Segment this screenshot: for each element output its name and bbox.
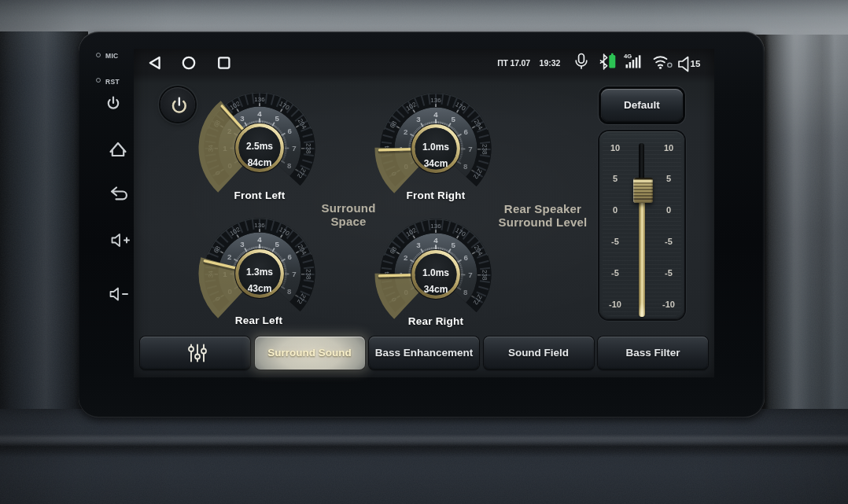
svg-text:84cm: 84cm — [248, 157, 272, 168]
svg-text:3: 3 — [416, 240, 421, 248]
svg-text:3: 3 — [240, 239, 245, 248]
svg-text:4: 4 — [257, 234, 262, 243]
svg-text:3: 3 — [416, 114, 421, 123]
svg-text:8: 8 — [287, 287, 292, 296]
svg-text:3: 3 — [240, 113, 245, 122]
svg-text:6: 6 — [288, 127, 293, 135]
svg-text:136: 136 — [254, 221, 265, 228]
svg-text:136: 136 — [254, 96, 265, 103]
svg-text:2: 2 — [404, 253, 407, 262]
svg-text:2.5ms: 2.5ms — [246, 141, 273, 152]
svg-text:7: 7 — [468, 145, 472, 153]
svg-text:34cm: 34cm — [424, 284, 448, 295]
svg-text:238: 238 — [304, 143, 312, 154]
svg-text:1.0ms: 1.0ms — [422, 142, 449, 153]
svg-text:238: 238 — [481, 144, 488, 155]
svg-text:43cm: 43cm — [247, 282, 271, 293]
svg-text:5: 5 — [451, 114, 455, 123]
svg-text:7: 7 — [468, 270, 472, 279]
svg-text:6: 6 — [464, 253, 469, 262]
svg-text:136: 136 — [430, 223, 441, 230]
svg-text:15: 15 — [691, 59, 701, 68]
svg-text:4G: 4G — [624, 53, 632, 60]
svg-text:5: 5 — [451, 240, 455, 248]
svg-text:4: 4 — [257, 109, 262, 118]
svg-text:6: 6 — [287, 252, 292, 260]
svg-text:2: 2 — [404, 127, 407, 136]
svg-text:136: 136 — [430, 97, 441, 104]
svg-text:2: 2 — [227, 252, 231, 260]
svg-text:1.3ms: 1.3ms — [245, 266, 272, 277]
svg-text:34cm: 34cm — [424, 158, 448, 169]
svg-text:8: 8 — [287, 161, 292, 170]
svg-text:4: 4 — [433, 110, 438, 119]
svg-text:7: 7 — [292, 270, 296, 278]
svg-text:6: 6 — [464, 127, 469, 136]
svg-text:5: 5 — [275, 113, 279, 122]
svg-text:8: 8 — [463, 288, 468, 296]
svg-text:4: 4 — [433, 236, 438, 245]
svg-text:5: 5 — [275, 239, 279, 248]
svg-text:7: 7 — [292, 144, 296, 153]
svg-text:8: 8 — [463, 162, 468, 171]
svg-text:238: 238 — [481, 270, 488, 281]
svg-text:1.0ms: 1.0ms — [422, 267, 449, 278]
svg-text:238: 238 — [304, 269, 312, 280]
